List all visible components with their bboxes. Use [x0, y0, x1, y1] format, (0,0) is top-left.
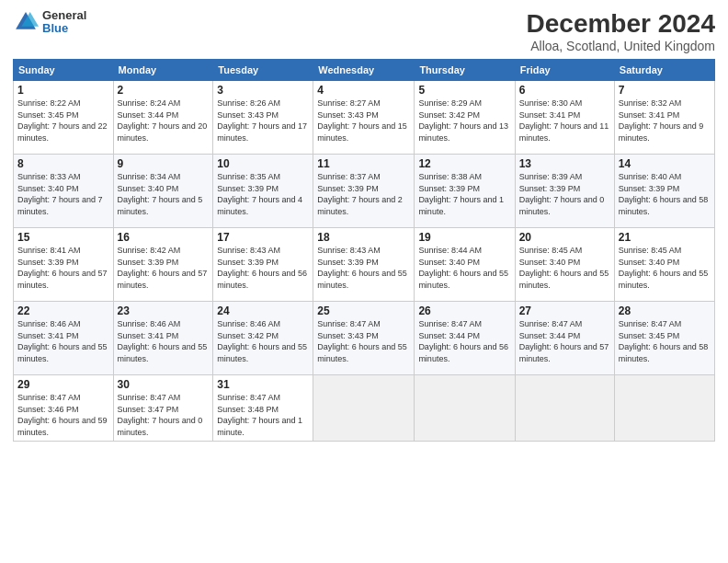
day-info: Daylight: 6 hours and 55 minutes.	[519, 268, 610, 291]
table-row: 2Sunrise: 8:24 AMSunset: 3:44 PMDaylight…	[113, 81, 213, 155]
day-info: Daylight: 7 hours and 0 minutes.	[118, 415, 210, 438]
day-info: Sunrise: 8:41 AM	[17, 245, 109, 257]
day-number: 3	[217, 84, 309, 97]
day-info: Sunset: 3:45 PM	[619, 330, 711, 342]
table-row: 4Sunrise: 8:27 AMSunset: 3:43 PMDaylight…	[313, 81, 415, 155]
day-info: Daylight: 6 hours and 57 minutes.	[17, 268, 109, 291]
day-info: Sunrise: 8:27 AM	[317, 98, 410, 109]
day-number: 4	[317, 84, 410, 97]
day-info: Sunset: 3:39 PM	[217, 257, 309, 269]
day-info: Daylight: 7 hours and 4 minutes.	[217, 194, 309, 217]
day-info: Daylight: 7 hours and 1 minute.	[217, 415, 309, 438]
day-info: Sunrise: 8:34 AM	[118, 171, 210, 183]
day-info: Sunset: 3:39 PM	[619, 183, 711, 195]
table-row: 13Sunrise: 8:39 AMSunset: 3:39 PMDayligh…	[515, 155, 614, 228]
day-info: Daylight: 7 hours and 13 minutes.	[418, 121, 510, 144]
day-info: Daylight: 6 hours and 55 minutes.	[619, 268, 711, 291]
day-info: Sunset: 3:39 PM	[17, 257, 109, 269]
logo-blue-text: Blue	[42, 22, 86, 35]
header-thursday: Thursday	[415, 60, 515, 81]
day-info: Sunset: 3:40 PM	[619, 257, 711, 269]
main-container: General Blue December 2024 Alloa, Scotla…	[0, 0, 728, 449]
day-info: Sunset: 3:44 PM	[418, 330, 510, 342]
day-number: 19	[418, 231, 510, 244]
day-info: Sunrise: 8:47 AM	[17, 392, 109, 404]
day-info: Sunrise: 8:45 AM	[619, 245, 711, 257]
day-number: 17	[217, 231, 309, 244]
day-info: Sunrise: 8:29 AM	[418, 98, 510, 109]
day-number: 27	[519, 304, 610, 317]
day-info: Sunrise: 8:46 AM	[118, 318, 210, 330]
day-info: Daylight: 7 hours and 11 minutes.	[519, 121, 610, 144]
day-info: Daylight: 6 hours and 55 minutes.	[317, 341, 410, 364]
calendar-table: Sunday Monday Tuesday Wednesday Thursday…	[13, 59, 715, 442]
day-number: 13	[519, 157, 610, 170]
table-row: 20Sunrise: 8:45 AMSunset: 3:40 PMDayligh…	[515, 228, 614, 302]
page-title: December 2024	[527, 9, 715, 39]
header-wednesday: Wednesday	[313, 60, 415, 81]
day-info: Sunset: 3:46 PM	[17, 404, 109, 416]
table-row: 6Sunrise: 8:30 AMSunset: 3:41 PMDaylight…	[515, 81, 614, 155]
day-info: Daylight: 6 hours and 58 minutes.	[619, 341, 711, 364]
day-number: 15	[17, 231, 109, 244]
day-number: 31	[217, 378, 309, 391]
logo: General Blue	[13, 9, 86, 36]
day-number: 28	[619, 304, 711, 317]
table-row: 1Sunrise: 8:22 AMSunset: 3:45 PMDaylight…	[14, 81, 114, 155]
day-number: 23	[118, 304, 210, 317]
logo-text: General Blue	[42, 9, 86, 36]
day-info: Daylight: 7 hours and 20 minutes.	[118, 121, 210, 144]
day-info: Daylight: 6 hours and 55 minutes.	[317, 268, 410, 291]
day-number: 8	[17, 157, 109, 170]
day-info: Daylight: 7 hours and 7 minutes.	[17, 194, 109, 217]
day-info: Sunrise: 8:47 AM	[418, 318, 510, 330]
day-info: Daylight: 7 hours and 17 minutes.	[217, 121, 309, 144]
table-row: 5Sunrise: 8:29 AMSunset: 3:42 PMDaylight…	[415, 81, 515, 155]
table-row: 25Sunrise: 8:47 AMSunset: 3:43 PMDayligh…	[313, 302, 415, 375]
table-row: 30Sunrise: 8:47 AMSunset: 3:47 PMDayligh…	[113, 375, 213, 442]
day-info: Daylight: 7 hours and 22 minutes.	[17, 121, 109, 144]
table-row: 14Sunrise: 8:40 AMSunset: 3:39 PMDayligh…	[614, 155, 714, 228]
table-row: 7Sunrise: 8:32 AMSunset: 3:41 PMDaylight…	[614, 81, 714, 155]
day-number: 20	[519, 231, 610, 244]
header-tuesday: Tuesday	[213, 60, 313, 81]
day-info: Sunrise: 8:35 AM	[217, 171, 309, 183]
header-sunday: Sunday	[14, 60, 114, 81]
day-info: Sunrise: 8:30 AM	[519, 98, 610, 109]
logo-general-text: General	[42, 9, 86, 22]
table-row: 21Sunrise: 8:45 AMSunset: 3:40 PMDayligh…	[614, 228, 714, 302]
table-row: 8Sunrise: 8:33 AMSunset: 3:40 PMDaylight…	[14, 155, 114, 228]
day-number: 1	[17, 84, 109, 97]
day-info: Sunrise: 8:22 AM	[17, 98, 109, 109]
day-number: 16	[118, 231, 210, 244]
day-info: Sunrise: 8:46 AM	[17, 318, 109, 330]
day-info: Sunset: 3:44 PM	[519, 330, 610, 342]
day-info: Daylight: 7 hours and 15 minutes.	[317, 121, 410, 144]
day-number: 30	[118, 378, 210, 391]
day-info: Sunset: 3:41 PM	[118, 330, 210, 342]
table-row: 18Sunrise: 8:43 AMSunset: 3:39 PMDayligh…	[313, 228, 415, 302]
day-number: 21	[619, 231, 711, 244]
day-number: 14	[619, 157, 711, 170]
day-info: Sunset: 3:48 PM	[217, 404, 309, 416]
table-row: 12Sunrise: 8:38 AMSunset: 3:39 PMDayligh…	[415, 155, 515, 228]
day-info: Sunrise: 8:43 AM	[217, 245, 309, 257]
table-row: 28Sunrise: 8:47 AMSunset: 3:45 PMDayligh…	[614, 302, 714, 375]
day-info: Sunrise: 8:47 AM	[619, 318, 711, 330]
day-info: Sunrise: 8:42 AM	[118, 245, 210, 257]
day-info: Daylight: 7 hours and 0 minutes.	[519, 194, 610, 217]
day-info: Daylight: 7 hours and 2 minutes.	[317, 194, 410, 217]
day-info: Sunset: 3:47 PM	[118, 404, 210, 416]
day-info: Sunrise: 8:33 AM	[17, 171, 109, 183]
day-info: Sunset: 3:45 PM	[17, 109, 109, 121]
table-row	[515, 375, 614, 442]
day-info: Sunset: 3:43 PM	[217, 109, 309, 121]
day-info: Sunset: 3:39 PM	[519, 183, 610, 195]
day-info: Sunset: 3:39 PM	[217, 183, 309, 195]
day-info: Sunset: 3:43 PM	[317, 109, 410, 121]
day-info: Daylight: 6 hours and 57 minutes.	[118, 268, 210, 291]
day-info: Daylight: 7 hours and 1 minute.	[418, 194, 510, 217]
day-info: Sunrise: 8:46 AM	[217, 318, 309, 330]
table-row: 19Sunrise: 8:44 AMSunset: 3:40 PMDayligh…	[415, 228, 515, 302]
day-info: Sunrise: 8:40 AM	[619, 171, 711, 183]
